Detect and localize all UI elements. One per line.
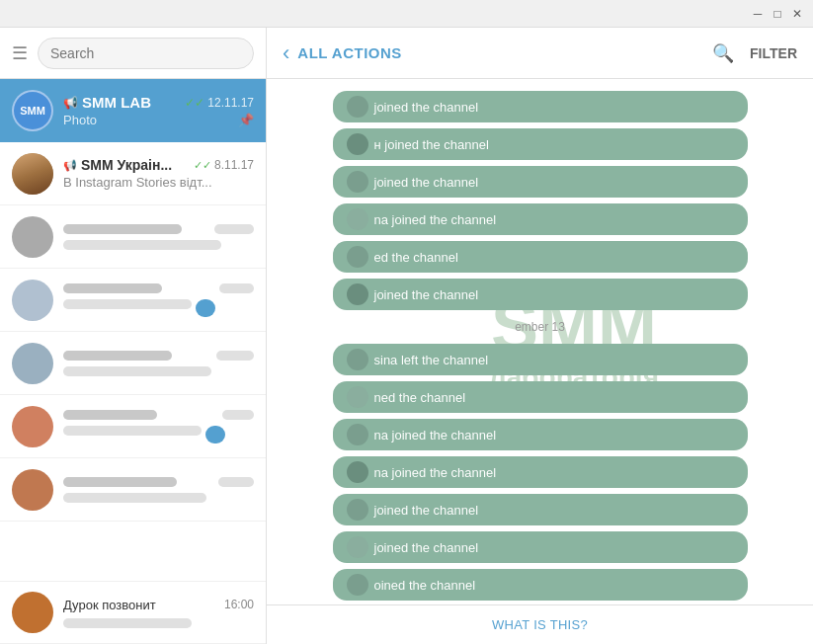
checkmark-ukraine: ✓✓ — [194, 159, 211, 172]
titlebar: ─ □ ✕ — [0, 0, 813, 28]
pill-avatar-10 — [347, 461, 368, 483]
chat-name-row-ukraine: 📢 SMM Украін... ✓✓ 8.11.17 — [63, 157, 254, 173]
badge-4 — [205, 426, 225, 443]
speaker-icon-ukraine: 📢 — [63, 159, 77, 172]
search-input[interactable] — [38, 38, 254, 69]
blurred-preview-4a — [63, 426, 202, 436]
chat-time-bottom: 16:00 — [224, 598, 254, 612]
pin-icon: 📌 — [238, 113, 254, 127]
message-pill-6: joined the channel — [333, 279, 748, 310]
blurred-time-1 — [214, 224, 254, 234]
blurred-preview-bottom — [63, 618, 192, 628]
pill-avatar-5 — [347, 246, 368, 268]
chat-item-blurred-5[interactable] — [0, 458, 266, 522]
sidebar-header: ☰ — [0, 28, 266, 79]
pill-text-11: joined the channel — [374, 503, 479, 518]
pill-text-2: н joined the channel — [374, 137, 489, 152]
pill-avatar-7 — [347, 349, 368, 370]
minimize-button[interactable]: ─ — [750, 6, 766, 22]
blurred-preview-2a — [63, 299, 192, 309]
chat-item-smm-lab[interactable]: SMM 📢 SMM LAB ✓✓ 12.11.17 Photo 📌 — [0, 79, 266, 142]
pill-text-13: oined the channel — [374, 578, 476, 593]
blurred-preview-3 — [63, 366, 211, 376]
chat-time-smm-lab: ✓✓ 12.11.17 — [185, 96, 254, 110]
pill-text-1: joined the channel — [374, 100, 479, 115]
avatar-blurred-3 — [12, 343, 53, 384]
pill-text-8: ned the channel — [374, 390, 466, 405]
sidebar-spacer — [0, 522, 266, 581]
message-pill-10: na joined the channel — [333, 456, 748, 488]
chat-item-blurred-2[interactable] — [0, 269, 266, 332]
pill-avatar-13 — [347, 574, 368, 596]
chat-item-blurred-1[interactable] — [0, 205, 266, 269]
header-icons: 🔍 FILTER — [712, 42, 797, 64]
message-pill-1: joined the channel — [333, 91, 748, 122]
pill-text-5: ed the channel — [374, 250, 458, 265]
blurred-time-3 — [216, 351, 254, 361]
what-is-this-button[interactable]: WHAT IS THIS? — [492, 617, 588, 632]
pill-text-7: sina left the channel — [374, 353, 489, 367]
blurred-preview-row-4 — [63, 426, 254, 443]
restore-button[interactable]: □ — [770, 6, 785, 22]
avatar-blurred-5 — [12, 469, 53, 511]
avatar-ukraine — [12, 153, 53, 195]
chat-name-row: 📢 SMM LAB ✓✓ 12.11.17 — [63, 94, 254, 111]
message-pill-9: na joined the channel — [333, 419, 748, 450]
blurred-preview-1 — [63, 240, 221, 250]
blurred-preview-5 — [63, 493, 206, 503]
message-pill-8: ned the channel — [333, 381, 748, 413]
pill-text-9: na joined the channel — [374, 428, 497, 443]
blurred-content-4 — [63, 410, 254, 443]
chat-time-ukraine: ✓✓ 8.11.17 — [194, 158, 254, 172]
close-button[interactable]: ✕ — [789, 6, 805, 22]
pill-text-3: joined the channel — [374, 175, 479, 190]
filter-button[interactable]: FILTER — [750, 45, 797, 61]
chat-preview-smm-lab: Photo 📌 — [63, 113, 254, 127]
pill-avatar-3 — [347, 171, 368, 193]
chat-item-blurred-3[interactable] — [0, 332, 266, 395]
blurred-time-5 — [218, 477, 254, 487]
chat-name-smm-lab: 📢 SMM LAB — [63, 94, 151, 111]
blurred-content-3 — [63, 351, 254, 376]
avatar-initials: SMM — [20, 105, 45, 117]
pill-text-12: joined the channel — [374, 540, 479, 555]
pill-text-6: joined the channel — [374, 287, 479, 302]
pill-avatar-1 — [347, 96, 368, 118]
message-pill-11: joined the channel — [333, 494, 748, 525]
message-pill-4: na joined the channel — [333, 203, 748, 235]
pill-avatar-12 — [347, 536, 368, 558]
chat-item-bottom[interactable]: Дурок позвонит 16:00 — [0, 581, 266, 644]
chat-item-smm-ukraine[interactable]: 📢 SMM Украін... ✓✓ 8.11.17 В Instagram S… — [0, 142, 266, 205]
blurred-content-1 — [63, 224, 254, 250]
speaker-icon: 📢 — [63, 96, 78, 110]
right-panel: ‹ ALL ACTIONS 🔍 FILTER SMM лабораторія j… — [267, 28, 813, 644]
chat-name-bottom: Дурок позвонит — [63, 598, 156, 612]
hamburger-icon[interactable]: ☰ — [12, 42, 28, 64]
pill-avatar-4 — [347, 208, 368, 230]
search-icon[interactable]: 🔍 — [712, 42, 734, 64]
avatar-blurred-1 — [12, 216, 53, 258]
chat-info-smm-lab: 📢 SMM LAB ✓✓ 12.11.17 Photo 📌 — [63, 94, 254, 127]
date-divider: ember 13 — [515, 320, 565, 334]
avatar-blurred-4 — [12, 406, 53, 447]
checkmark-icon: ✓✓ — [185, 96, 204, 110]
blurred-name-4 — [63, 410, 157, 420]
back-button[interactable]: ‹ — [283, 40, 289, 66]
blurred-time-2 — [219, 283, 254, 293]
avatar-bottom — [12, 592, 53, 633]
avatar-blurred-2 — [12, 280, 53, 321]
pill-text-4: na joined the channel — [374, 212, 497, 227]
messages-area[interactable]: SMM лабораторія joined the channel н joi… — [267, 79, 813, 604]
blurred-time-4 — [222, 410, 254, 420]
message-pill-3: joined the channel — [333, 166, 748, 198]
message-pill-7: sina left the channel — [333, 344, 748, 375]
blurred-name-3 — [63, 351, 172, 361]
chat-item-blurred-4[interactable] — [0, 395, 266, 458]
pill-avatar-6 — [347, 283, 368, 305]
message-pill-12: joined the channel — [333, 531, 748, 563]
blurred-content-2 — [63, 283, 254, 317]
message-pill-2: н joined the channel — [333, 128, 748, 160]
blurred-name-2 — [63, 283, 162, 293]
avatar-smm-lab: SMM — [12, 90, 53, 131]
blurred-content-5 — [63, 477, 254, 503]
